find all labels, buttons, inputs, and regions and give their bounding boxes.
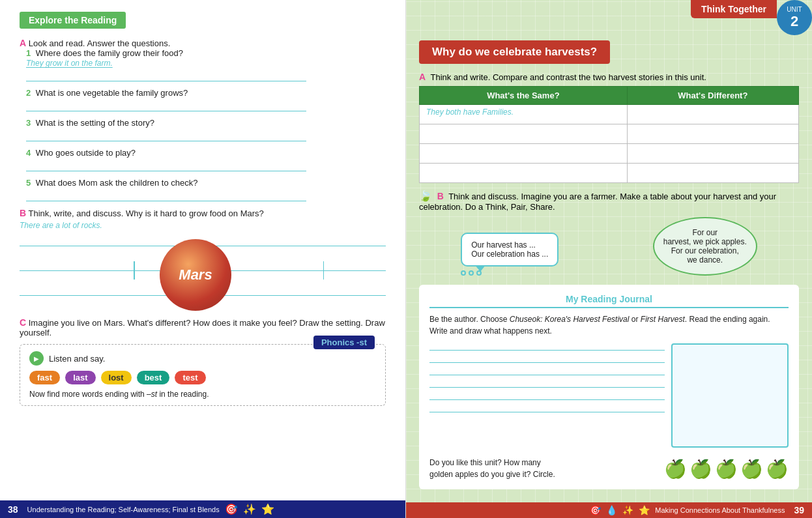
bubble-right-text: For ourharvest, we pick apples.For our c… [663, 228, 747, 265]
journal-lines [429, 343, 665, 448]
section-a-right: A Think and write. Compare and contrast … [419, 72, 799, 183]
right-footer-text: Making Connections About Thankfulness [655, 506, 785, 514]
mars-circle: Mars [160, 239, 231, 311]
q4-line [26, 160, 306, 171]
table-row [420, 124, 799, 144]
right-panel: Think Together UNIT 2 Why do we celebrat… [406, 0, 812, 518]
word-lost: lost [101, 371, 132, 384]
speech-bubbles: Our harvest has ...Our celebration has .… [419, 217, 799, 276]
list-item: 4 Who goes outside to play? [26, 148, 386, 171]
journal-intro: Be the author. Choose Chuseok: Korea's H… [429, 313, 789, 337]
section-b-right-text: Think and discuss. Imagine you are a far… [419, 192, 776, 212]
footer-icon-left-3: ⭐ [261, 503, 274, 515]
same-cell-4 [420, 164, 628, 183]
phonics-label: Phonics [321, 338, 355, 347]
journal-writing-area [429, 343, 789, 448]
journal-title: My Reading Journal [429, 294, 789, 308]
table-row: They both have Families. [420, 105, 799, 124]
diff-cell-3 [627, 144, 798, 164]
footer-icon-right-2: 💧 [606, 505, 617, 515]
play-icon[interactable]: ▶ [29, 351, 44, 366]
unit-label: UNIT [787, 6, 802, 13]
phonics-listen-text: Listen and say. [49, 354, 105, 364]
q3-line [26, 130, 306, 141]
explore-header: Explore the Reading [20, 12, 126, 29]
word-last: last [65, 371, 95, 384]
phonics-tag: Phonics -st [313, 336, 375, 349]
apple-1[interactable]: 🍏 [664, 458, 687, 480]
section-b-left: B Think, write, and discuss. Why is it h… [20, 208, 386, 312]
diff-cell-2 [627, 124, 798, 144]
harvest-question: Why do we celebrate harvests? [419, 40, 610, 64]
same-cell-3 [420, 144, 628, 164]
journal-line-1 [429, 350, 665, 351]
think-together-tag: Think Together [691, 0, 777, 18]
q5-num: 5 [26, 178, 31, 188]
list-item: 1 Where does the family grow their food?… [26, 48, 386, 81]
mars-answer: There are a lot of rocks. [20, 221, 386, 230]
bubble-dot-2 [469, 270, 474, 276]
word-best: best [137, 371, 170, 384]
bubble-right: For ourharvest, we pick apples.For our c… [653, 217, 757, 276]
q4-text: Who goes outside to play? [36, 148, 136, 158]
diff-cell-4 [627, 164, 798, 183]
journal-box: My Reading Journal Be the author. Choose… [419, 285, 799, 489]
word-test: test [175, 371, 205, 384]
journal-line-2 [429, 362, 665, 363]
journal-line-4 [429, 387, 665, 388]
table-row [420, 164, 799, 183]
section-b-right: 🍃 B Think and discuss. Imagine you are a… [419, 190, 799, 276]
section-a-right-label: A [419, 72, 426, 82]
section-c-left: C Imagine you live on Mars. What's diffe… [20, 317, 386, 338]
q1-line [26, 70, 306, 81]
apple-5[interactable]: 🍏 [766, 458, 789, 480]
journal-footer-text: Do you like this unit? How many golden a… [429, 457, 560, 480]
right-content: Why do we celebrate harvests? A Think an… [406, 35, 812, 489]
mars-label: Mars [179, 266, 212, 283]
phonics-box: Phonics -st ▶ Listen and say. fast last … [20, 344, 386, 406]
apples-row: 🍏 🍏 🍏 🍏 🍏 [664, 458, 789, 480]
section-c-label: C [20, 317, 26, 328]
list-item: 2 What is one vegetable the family grows… [26, 88, 386, 111]
q3-text: What is the setting of the story? [36, 118, 154, 128]
journal-line-3 [429, 375, 665, 375]
col-different: What's Different? [627, 87, 798, 105]
section-a-left: A Look and read. Answer the questions. 1… [20, 38, 386, 201]
q5-text: What does Mom ask the children to check? [36, 178, 198, 188]
footer-icon-right-1: 🎯 [590, 505, 601, 515]
unit-num: 2 [790, 13, 798, 30]
section-b-text: Think, write, and discuss. Why is it har… [29, 209, 264, 218]
q1-answer: They grow it on the farm. [26, 59, 113, 68]
right-footer: 🎯 💧 ✨ ⭐ Making Connections About Thankfu… [406, 502, 812, 518]
q1-num: 1 [26, 48, 31, 58]
left-page-num: 38 [8, 504, 18, 515]
right-page-num: 39 [794, 505, 804, 515]
journal-line-6 [429, 412, 665, 412]
apple-4[interactable]: 🍏 [740, 458, 763, 480]
leaf-icon: 🍃 [419, 190, 432, 202]
q2-num: 2 [26, 88, 31, 98]
bubble-dot-1 [461, 270, 466, 276]
q2-line [26, 100, 306, 111]
diff-cell-1 [627, 105, 798, 124]
q4-num: 4 [26, 148, 31, 158]
left-panel: Explore the Reading A Look and read. Ans… [0, 0, 406, 518]
q1-text: Where does the family grow their food? [36, 48, 183, 58]
left-footer-text: Understanding the Reading; Self-Awarenes… [27, 506, 220, 513]
q5-line [26, 190, 306, 201]
right-top-bar: Think Together UNIT 2 [406, 0, 812, 35]
col-same: What's the Same? [420, 87, 628, 105]
left-content: A Look and read. Answer the questions. 1… [0, 38, 405, 406]
section-a-label: A [20, 38, 26, 48]
phonics-note: Now find more words ending with –st in t… [29, 390, 376, 399]
compare-table: What's the Same? What's Different? They … [419, 86, 799, 183]
section-c-text: Imagine you live on Mars. What's differe… [20, 318, 385, 338]
word-fast: fast [29, 371, 60, 384]
bubble-left-text: Our harvest has ...Our celebration has .… [471, 240, 548, 259]
q3-num: 3 [26, 118, 31, 128]
section-a-intro: Look and read. Answer the questions. [29, 38, 171, 48]
apple-2[interactable]: 🍏 [689, 458, 712, 480]
phonics-suffix: -st [356, 338, 367, 347]
section-b-right-label: B [437, 191, 444, 201]
apple-3[interactable]: 🍏 [715, 458, 738, 480]
